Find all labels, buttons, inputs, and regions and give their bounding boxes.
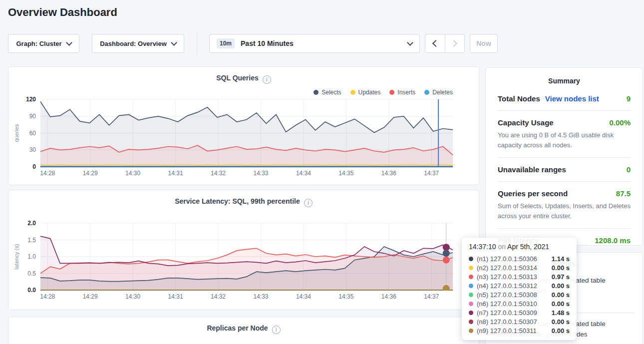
now-button[interactable]: Now <box>470 34 498 53</box>
replicas-per-node-card: Replicas per Nodei <box>8 317 479 344</box>
tooltip-timestamp: 14:37:10 on Apr 5th, 2021 <box>469 243 570 251</box>
capacity-label: Capacity Usage <box>498 118 554 127</box>
info-icon[interactable]: i <box>272 326 281 334</box>
sql-queries-card: SQL Queriesi SelectsUpdatesInsertsDelete… <box>8 66 479 185</box>
svg-text:1.5: 1.5 <box>27 237 36 244</box>
svg-text:queries: queries <box>13 124 19 142</box>
svg-text:14:37: 14:37 <box>424 170 439 177</box>
svg-text:14:31: 14:31 <box>168 170 183 177</box>
tooltip-node-list: (n1) 127.0.0.1:503061.14 s(n2) 127.0.0.1… <box>469 254 570 335</box>
time-range-label: Past 10 Minutes <box>241 39 294 47</box>
page-title: Overview Dashboard <box>8 6 117 19</box>
summary-title: Summary <box>498 77 631 85</box>
overview-dashboard-page: Overview Dashboard Graph: Cluster Dashbo… <box>0 0 644 344</box>
tooltip-row: (n5) 127.0.0.1:503080.00 s <box>469 290 570 299</box>
svg-text:0.0: 0.0 <box>27 287 36 294</box>
svg-text:0.5: 0.5 <box>27 270 36 277</box>
chevron-left-icon <box>432 40 439 47</box>
service-latency-chart[interactable]: 14:2814:2914:3014:3114:3214:3314:3414:35… <box>8 190 480 310</box>
chart-hover-tooltip: 14:37:10 on Apr 5th, 2021 (n1) 127.0.0.1… <box>462 238 577 340</box>
svg-text:14:34: 14:34 <box>296 293 311 300</box>
view-nodes-list-link[interactable]: View nodes list <box>545 94 599 103</box>
summary-row-qps: Queries per second 87.5 Sum of Selects, … <box>498 182 631 229</box>
graph-dropdown[interactable]: Graph: Cluster <box>8 34 79 53</box>
replicas-title-row: Replicas per Nodei <box>8 324 479 334</box>
svg-text:14:28: 14:28 <box>40 293 55 300</box>
svg-text:60: 60 <box>29 130 36 137</box>
svg-text:14:30: 14:30 <box>125 293 140 300</box>
svg-text:14:35: 14:35 <box>338 170 353 177</box>
dashboard-dropdown[interactable]: Dashboard: Overview <box>92 34 184 53</box>
graph-dropdown-label: Graph: Cluster <box>16 40 61 47</box>
unavailable-label: Unavailable ranges <box>498 165 566 174</box>
unavailable-value: 0 <box>627 165 631 174</box>
svg-text:14:32: 14:32 <box>211 170 226 177</box>
capacity-desc: You are using 0 B of 4.5 GiB usable disk… <box>498 130 631 150</box>
svg-text:14:30: 14:30 <box>125 170 140 177</box>
dashboard-dropdown-label: Dashboard: Overview <box>100 40 167 47</box>
svg-text:0: 0 <box>32 163 36 170</box>
chevron-down-icon <box>171 39 177 46</box>
time-nav-group <box>425 34 465 53</box>
svg-text:14:32: 14:32 <box>211 293 226 300</box>
svg-text:14:35: 14:35 <box>338 293 353 300</box>
svg-text:14:36: 14:36 <box>381 293 396 300</box>
svg-text:14:29: 14:29 <box>83 293 98 300</box>
controls-divider <box>197 32 197 55</box>
node-color-dot <box>469 329 473 333</box>
node-color-dot <box>469 266 473 270</box>
tooltip-row: (n4) 127.0.0.1:503120.00 s <box>469 281 570 290</box>
svg-text:14:33: 14:33 <box>253 293 268 300</box>
svg-text:14:31: 14:31 <box>168 293 183 300</box>
svg-text:14:34: 14:34 <box>296 170 311 177</box>
tooltip-row: (n6) 127.0.0.1:503100.00 s <box>469 299 570 308</box>
tooltip-row: (n3) 127.0.0.1:503130.97 s <box>469 272 570 281</box>
svg-text:1.0: 1.0 <box>27 253 36 260</box>
summary-panel: Summary Total Nodes View nodes list 9 Ca… <box>485 67 643 246</box>
node-color-dot <box>469 257 473 261</box>
node-color-dot <box>469 302 473 306</box>
svg-text:14:37: 14:37 <box>424 293 439 300</box>
svg-text:14:33: 14:33 <box>253 170 268 177</box>
time-next-button[interactable] <box>445 34 465 52</box>
qps-label: Queries per second <box>498 189 568 198</box>
p99-value: 1208.0 ms <box>595 236 631 245</box>
svg-text:90: 90 <box>29 113 36 120</box>
summary-row-unavailable: Unavailable ranges 0 <box>498 158 631 182</box>
chevron-right-icon <box>450 40 457 47</box>
total-nodes-value: 9 <box>627 94 631 103</box>
chevron-down-icon <box>407 39 413 46</box>
tooltip-row: (n2) 127.0.0.1:503140.00 s <box>469 263 570 272</box>
time-range-picker[interactable]: 10m Past 10 Minutes <box>209 34 420 53</box>
qps-desc: Sum of Selects, Updates, Inserts, and De… <box>498 201 631 221</box>
summary-row-capacity: Capacity Usage 0.00% You are using 0 B o… <box>498 111 631 158</box>
svg-text:14:29: 14:29 <box>83 170 98 177</box>
summary-row-total-nodes: Total Nodes View nodes list 9 <box>498 87 631 111</box>
node-color-dot <box>469 284 473 288</box>
svg-text:120: 120 <box>26 96 36 103</box>
replicas-title: Replicas per Node <box>207 324 268 332</box>
service-latency-card: Service Latency: SQL, 99th percentilei 1… <box>8 190 479 310</box>
svg-text:2.0: 2.0 <box>27 220 36 227</box>
tooltip-row: (n8) 127.0.0.1:503070.00 s <box>469 317 570 326</box>
time-prev-button[interactable] <box>425 34 445 52</box>
svg-text:latency (s): latency (s) <box>13 244 19 270</box>
svg-text:14:28: 14:28 <box>40 170 55 177</box>
chevron-down-icon <box>66 39 72 46</box>
capacity-value: 0.00% <box>609 118 631 127</box>
tooltip-row: (n1) 127.0.0.1:503061.14 s <box>469 254 570 263</box>
node-color-dot <box>469 311 473 315</box>
time-range-badge: 10m <box>217 38 235 48</box>
qps-value: 87.5 <box>616 189 631 198</box>
tooltip-row: (n7) 127.0.0.1:503091.48 s <box>469 308 570 317</box>
tooltip-row: (n9) 127.0.0.1:503110.00 s <box>469 326 570 335</box>
node-color-dot <box>469 275 473 279</box>
svg-text:14:36: 14:36 <box>381 170 396 177</box>
node-color-dot <box>469 293 473 297</box>
svg-text:30: 30 <box>29 146 36 153</box>
total-nodes-label: Total Nodes <box>498 94 540 103</box>
node-color-dot <box>469 320 473 324</box>
sql-queries-chart[interactable]: 14:2814:2914:3014:3114:3214:3314:3414:35… <box>8 67 480 185</box>
